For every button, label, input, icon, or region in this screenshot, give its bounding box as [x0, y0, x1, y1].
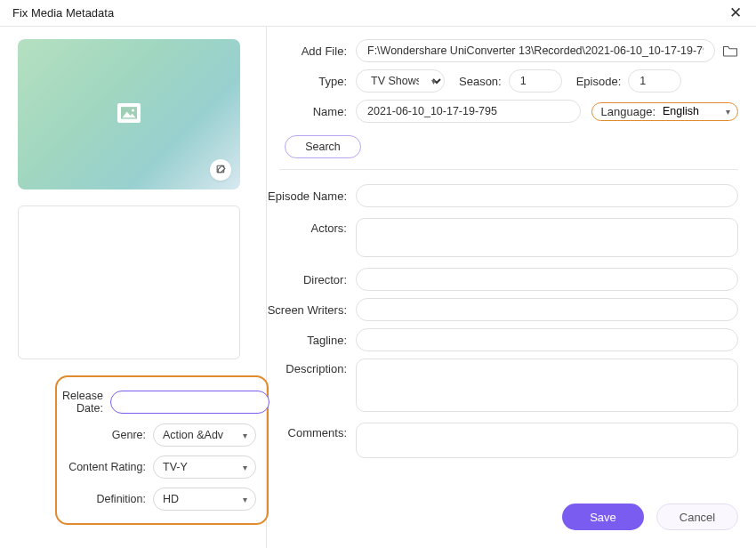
type-select[interactable]: TV Shows: [356, 69, 445, 93]
season-input[interactable]: [509, 69, 562, 93]
episode-name-input[interactable]: [356, 184, 738, 207]
language-label: Language:: [601, 105, 655, 118]
episode-name-label: Episode Name:: [267, 189, 356, 203]
comments-input[interactable]: [356, 423, 738, 458]
definition-label: Definition:: [62, 493, 153, 505]
episode-input[interactable]: [628, 69, 681, 93]
add-file-label: Add File:: [267, 44, 356, 58]
genre-select[interactable]: Action &Adv: [153, 423, 256, 447]
secondary-panel: [18, 206, 240, 359]
content-rating-select[interactable]: TV-Y: [153, 455, 256, 479]
release-date-label: Release Date:: [62, 390, 110, 415]
screen-writers-input[interactable]: [356, 298, 738, 321]
image-placeholder-icon: [117, 103, 141, 123]
season-label: Season:: [459, 75, 502, 88]
content: Release Date: Genre: Action &Adv Content…: [0, 27, 756, 548]
director-label: Director:: [267, 273, 356, 286]
description-label: Description:: [267, 359, 356, 375]
actors-input[interactable]: [356, 218, 738, 257]
genre-label: Genre:: [62, 429, 153, 441]
description-input[interactable]: [356, 359, 738, 412]
right-column: Add File: Type: TV Shows Season: Episode…: [267, 27, 756, 548]
add-file-input[interactable]: [356, 39, 715, 62]
folder-icon[interactable]: [722, 44, 738, 58]
type-label: Type:: [267, 75, 356, 88]
actors-label: Actors:: [267, 218, 356, 235]
svg-point-2: [132, 109, 134, 112]
comments-label: Comments:: [267, 423, 356, 439]
metadata-group: Release Date: Genre: Action &Adv Content…: [55, 375, 269, 525]
divider: [279, 169, 738, 170]
media-thumbnail: [18, 39, 240, 189]
tagline-label: Tagline:: [267, 334, 356, 347]
window-title: Fix Media Metadata: [12, 6, 114, 20]
form-area: Add File: Type: TV Shows Season: Episode…: [267, 39, 738, 500]
definition-select[interactable]: HD: [153, 488, 256, 511]
release-date-input[interactable]: [110, 391, 269, 414]
titlebar: Fix Media Metadata ✕: [0, 0, 756, 27]
episode-label: Episode:: [576, 75, 622, 88]
left-column: Release Date: Genre: Action &Adv Content…: [0, 27, 267, 548]
name-label: Name:: [267, 105, 356, 118]
language-group: Language: English: [591, 102, 738, 121]
screen-writers-label: Screen Writers:: [267, 303, 356, 317]
cancel-button[interactable]: Cancel: [656, 504, 738, 530]
language-select[interactable]: English: [663, 105, 734, 117]
footer: Save Cancel: [267, 500, 738, 536]
name-input[interactable]: [356, 100, 581, 123]
save-button[interactable]: Save: [562, 504, 644, 530]
close-icon[interactable]: ✕: [726, 4, 745, 22]
director-input[interactable]: [356, 268, 738, 291]
edit-thumbnail-button[interactable]: [210, 159, 231, 181]
search-button[interactable]: Search: [285, 135, 361, 158]
content-rating-label: Content Rating:: [62, 461, 153, 473]
tagline-input[interactable]: [356, 328, 738, 351]
